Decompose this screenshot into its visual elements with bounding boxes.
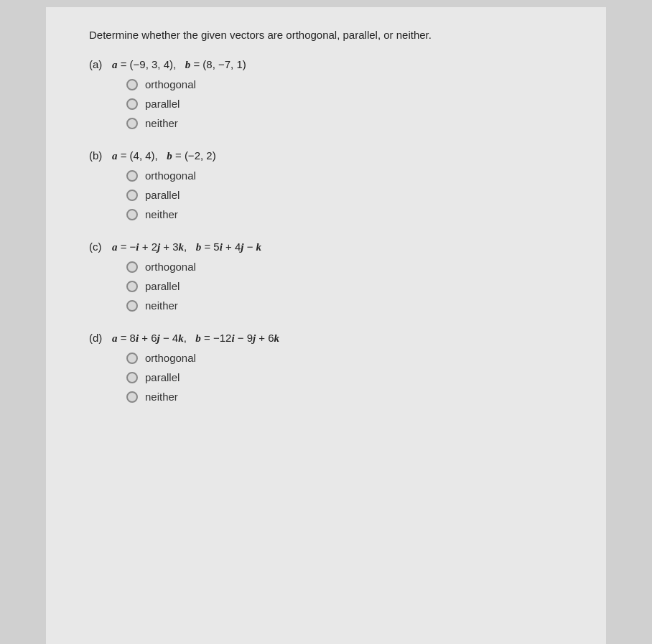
radio-c-neither[interactable] [126,300,138,312]
problem-d-header: (d) a = 8i + 6j − 4k, b = −12i − 9j + 6k [89,332,577,345]
option-d-orthogonal[interactable]: orthogonal [126,352,577,364]
problem-c-label: (c) [89,241,112,253]
option-b-orthogonal[interactable]: orthogonal [126,169,577,182]
page-container: Determine whether the given vectors are … [46,7,606,644]
option-d-orthogonal-label: orthogonal [145,352,196,364]
option-c-orthogonal[interactable]: orthogonal [126,261,577,273]
option-b-neither[interactable]: neither [126,208,577,220]
option-d-parallel[interactable]: parallel [126,371,577,383]
problem-c: (c) a = −i + 2j + 3k, b = 5i + 4j − k or… [89,241,577,312]
problem-d-label: (d) [89,332,112,344]
radio-a-orthogonal[interactable] [126,79,138,90]
radio-c-parallel[interactable] [126,281,138,292]
option-c-parallel[interactable]: parallel [126,280,577,292]
option-c-neither-label: neither [145,299,178,312]
radio-c-orthogonal[interactable] [126,261,138,273]
radio-a-parallel[interactable] [126,98,138,110]
problem-d: (d) a = 8i + 6j − 4k, b = −12i − 9j + 6k… [89,332,577,403]
problem-c-options: orthogonal parallel neither [126,261,577,312]
option-a-neither-label: neither [145,117,178,129]
option-d-neither[interactable]: neither [126,391,577,403]
radio-d-parallel[interactable] [126,372,138,383]
option-d-neither-label: neither [145,391,178,403]
option-b-neither-label: neither [145,208,178,220]
option-a-orthogonal-label: orthogonal [145,78,196,90]
radio-d-neither[interactable] [126,391,138,403]
option-d-parallel-label: parallel [145,371,180,383]
option-b-orthogonal-label: orthogonal [145,169,196,182]
problem-b-vectors: a = (4, 4), b = (−2, 2) [112,149,216,162]
option-c-neither[interactable]: neither [126,299,577,312]
problem-b: (b) a = (4, 4), b = (−2, 2) orthogonal p… [89,149,577,220]
option-a-neither[interactable]: neither [126,117,577,129]
radio-a-neither[interactable] [126,118,138,129]
problem-a-vectors: a = (−9, 3, 4), b = (8, −7, 1) [112,58,246,71]
problem-a-label: (a) [89,58,112,70]
problem-a-header: (a) a = (−9, 3, 4), b = (8, −7, 1) [89,58,577,71]
problem-b-header: (b) a = (4, 4), b = (−2, 2) [89,149,577,162]
problem-c-header: (c) a = −i + 2j + 3k, b = 5i + 4j − k [89,241,577,253]
option-c-parallel-label: parallel [145,280,180,292]
problem-c-vectors: a = −i + 2j + 3k, b = 5i + 4j − k [112,241,261,253]
radio-b-orthogonal[interactable] [126,170,138,182]
radio-d-orthogonal[interactable] [126,353,138,364]
problem-d-options: orthogonal parallel neither [126,352,577,403]
radio-b-parallel[interactable] [126,190,138,201]
option-b-parallel[interactable]: parallel [126,189,577,201]
option-a-orthogonal[interactable]: orthogonal [126,78,577,90]
radio-b-neither[interactable] [126,209,138,220]
problem-a: (a) a = (−9, 3, 4), b = (8, −7, 1) ortho… [89,58,577,129]
problem-b-label: (b) [89,149,112,162]
option-c-orthogonal-label: orthogonal [145,261,196,273]
option-a-parallel-label: parallel [145,98,180,110]
problem-d-vectors: a = 8i + 6j − 4k, b = −12i − 9j + 6k [112,332,279,345]
option-a-parallel[interactable]: parallel [126,98,577,110]
problem-b-options: orthogonal parallel neither [126,169,577,220]
problem-a-options: orthogonal parallel neither [126,78,577,129]
option-b-parallel-label: parallel [145,189,180,201]
main-question: Determine whether the given vectors are … [89,29,577,41]
